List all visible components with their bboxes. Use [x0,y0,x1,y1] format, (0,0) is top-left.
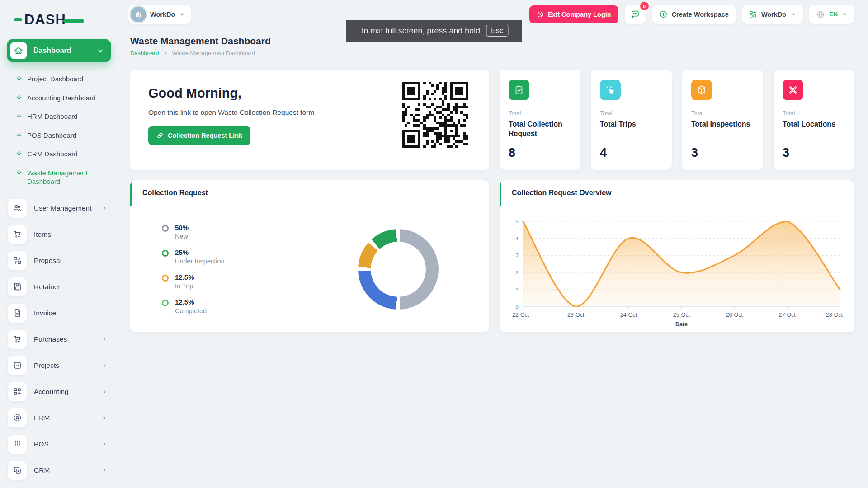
checkbox-icon [8,356,27,375]
legend-item-in-trip: 12.5%In Trip [162,273,225,290]
workspace-name: WorkDo [150,11,175,18]
link-icon [156,132,164,139]
sidebar-subitem-waste-management-dashboard[interactable]: Waste Management Dashboard [7,164,111,191]
legend-ring-icon [162,275,169,282]
legend-item-under-inspection: 25%Under Inspection [162,249,225,265]
save-disk-icon [8,277,27,296]
stat-value: 8 [509,146,571,160]
sidebar-item-purchases[interactable]: Purchases [7,327,111,352]
card-title: Collection Request Overview [500,180,854,206]
svg-text:Date: Date [675,321,688,327]
chevron-right-icon [101,389,108,395]
workdo-menu-label: WorkDo [761,11,786,18]
sidebar-item-label: POS [34,440,94,448]
stat-label: Total Inspections [691,120,754,129]
stat-kicker: Total [783,110,845,117]
breadcrumb-current: Waste Management Dashboard [172,50,255,56]
stat-kicker: Total [691,110,754,117]
create-workspace-button[interactable]: Create Workspace [652,5,736,24]
sidebar-subitem-label: HRM Dashboard [27,112,78,121]
svg-text:24-Oct: 24-Oct [620,312,637,318]
sidebar-item-items[interactable]: Items [7,222,111,247]
chevron-right-icon [101,467,108,474]
fullscreen-exit-notice: To exit full screen, press and hold Esc [346,20,522,42]
sidebar-subitem-project-dashboard[interactable]: Project Dashboard [7,70,111,89]
logo-text: DASH [24,12,66,28]
sidebar-item-label: CRM [34,466,94,474]
stat-card-total-collection-request: Total Total Collection Request 8 [500,70,580,170]
stat-label: Total Collection Request [509,120,571,139]
sidebar-subitem-label: Accounting Dashboard [27,94,96,103]
sidebar-item-user-management[interactable]: User Management [7,196,111,221]
sidebar-item-proposal[interactable]: Proposal [7,248,111,273]
sidebar-subitem-label: POS Dashboard [27,131,76,140]
svg-text:27-Oct: 27-Oct [779,312,796,318]
language-code: EN [829,11,838,18]
stat-label: Total Locations [783,120,845,129]
sidebar-item-projects[interactable]: Projects [7,353,111,378]
stat-value: 3 [783,146,845,160]
svg-text:3: 3 [516,253,519,258]
sidebar-item-retainer[interactable]: Retainer [7,274,111,300]
chevron-down-icon [790,11,796,17]
donut-legend: 50%New 25%Under Inspection 12.5%In Trip [162,224,225,314]
sidebar-subitem-label: CRM Dashboard [27,150,78,159]
create-workspace-label: Create Workspace [672,11,729,18]
sidebar-subitem-label: Waste Management Dashboard [27,169,108,186]
click-icon [600,80,621,100]
overlap-squares-icon [8,461,27,480]
stat-kicker: Total [600,110,663,117]
sidebar-item-label: Retainer [34,283,108,291]
chevron-right-icon [101,362,108,369]
bullet-icon [16,94,21,99]
sidebar-item-crm[interactable]: CRM [7,458,111,483]
breadcrumb-dashboard-link[interactable]: Dashboard [130,50,159,56]
sidebar-item-label: Projects [34,361,94,370]
workdo-apps-menu[interactable]: WorkDo [742,5,803,24]
collection-request-link-button[interactable]: Collection Request Link [148,126,250,145]
svg-text:2: 2 [516,270,519,275]
svg-text:25-Oct: 25-Oct [673,312,690,318]
cart-icon [8,330,27,349]
sidebar-subitem-hrm-dashboard[interactable]: HRM Dashboard [7,107,111,126]
chevron-right-icon [163,51,168,56]
messages-button[interactable]: 0 [625,5,646,24]
sidebar-subitem-crm-dashboard[interactable]: CRM Dashboard [7,145,111,164]
sidebar-item-label: Invoice [34,309,108,317]
exit-company-login-button[interactable]: Exit Company Login [529,5,618,23]
sidebar-item-accounting[interactable]: Accounting [7,379,111,404]
apps-grid-icon [749,10,757,19]
breadcrumb: Dashboard Waste Management Dashboard [130,50,854,56]
chevron-right-icon [101,441,108,447]
chevron-down-icon [842,11,848,17]
svg-text:22-Oct: 22-Oct [512,312,529,318]
main-content: Waste Management Dashboard Dashboard Was… [117,28,868,341]
sidebar-item-dashboard[interactable]: Dashboard [7,39,111,62]
exit-button-label: Exit Company Login [547,11,611,18]
legend-label: Under Inspection [175,258,225,265]
legend-ring-icon [162,250,169,257]
legend-value: 12.5% [175,273,194,281]
chevron-down-icon [179,11,185,17]
legend-item-new: 50%New [162,224,225,240]
prohibition-icon [537,11,544,18]
stat-value: 4 [600,146,663,160]
sidebar-subitem-pos-dashboard[interactable]: POS Dashboard [7,126,111,145]
svg-text:28-Oct: 28-Oct [826,312,843,318]
fullscreen-exit-text: To exit full screen, press and hold [359,26,480,36]
sidebar-item-label: Proposal [34,257,108,265]
legend-label: New [175,233,189,240]
workspace-switcher[interactable]: WorkDo [128,5,191,24]
sidebar-item-pos[interactable]: POS [7,432,111,457]
sidebar-subitem-accounting-dashboard[interactable]: Accounting Dashboard [7,89,111,108]
sidebar-item-hrm[interactable]: HRM [7,405,111,431]
bullet-icon [16,113,21,118]
language-selector[interactable]: EN [809,5,854,24]
collection-request-overview-card: Collection Request Overview [500,180,854,332]
bullet-icon [16,169,21,174]
sidebar-item-label: User Management [34,204,94,212]
stat-kicker: Total [509,110,571,117]
legend-value: 50% [175,224,189,231]
proposal-icon [8,251,27,270]
sidebar-item-invoice[interactable]: Invoice [7,300,111,326]
